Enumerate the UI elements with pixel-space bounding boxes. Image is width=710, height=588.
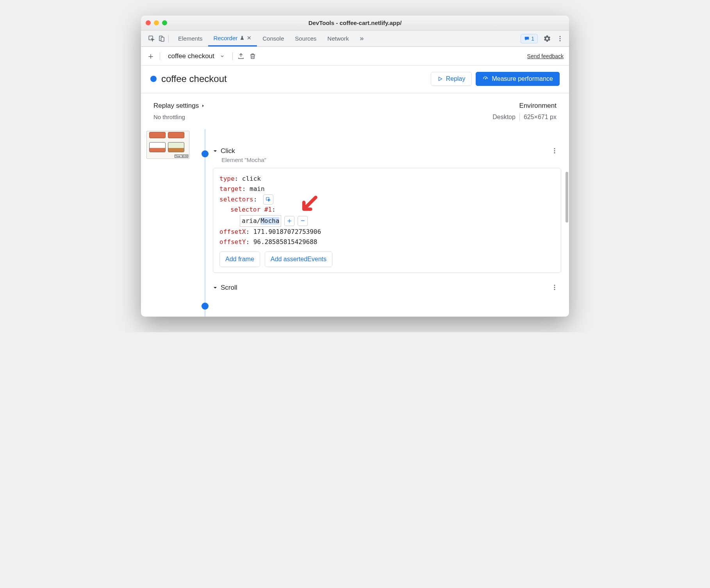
svg-point-4 — [560, 38, 561, 39]
recording-header: coffee checkout Replay Measure performan… — [141, 66, 569, 93]
devtools-window: DevTools - coffee-cart.netlify.app/ Elem… — [141, 16, 569, 317]
close-icon[interactable] — [146, 20, 151, 25]
send-feedback-link[interactable]: Send feedback — [527, 53, 564, 59]
divider — [160, 52, 160, 60]
step-click: Click Element "Mocha" type: click target… — [213, 147, 561, 273]
export-icon[interactable] — [237, 53, 244, 60]
close-tab-icon[interactable]: ✕ — [247, 35, 252, 41]
add-selector-button[interactable]: ＋ — [284, 216, 294, 226]
throttling-value: No throttling — [153, 114, 205, 120]
scrollbar-thumb[interactable] — [566, 172, 568, 223]
selector-input[interactable]: aria/Mocha — [240, 215, 281, 227]
svg-point-13 — [554, 289, 555, 290]
svg-point-12 — [554, 287, 555, 288]
env-device: Desktop — [492, 114, 516, 121]
chevron-down-icon[interactable] — [213, 149, 218, 153]
measure-performance-button[interactable]: Measure performance — [476, 72, 560, 86]
tab-elements[interactable]: Elements — [173, 30, 208, 46]
timeline-rail — [197, 129, 213, 317]
svg-point-9 — [554, 152, 555, 153]
divider — [232, 52, 233, 60]
step-scroll: Scroll — [213, 284, 561, 292]
scrollbar[interactable] — [565, 172, 568, 293]
play-icon — [437, 76, 443, 82]
titlebar: DevTools - coffee-cart.netlify.app/ — [141, 16, 569, 30]
steps-column: Click Element "Mocha" type: click target… — [213, 129, 564, 317]
tab-network[interactable]: Network — [322, 30, 354, 46]
thumbnail-column: Total: $0.00 — [146, 129, 197, 317]
delete-icon[interactable] — [249, 53, 256, 60]
step-title: Click — [221, 147, 235, 155]
add-asserted-events-button[interactable]: Add assertedEvents — [265, 251, 332, 267]
recorder-toolbar: ＋ coffee checkout Send feedback — [141, 47, 569, 66]
step-kebab-icon[interactable] — [551, 284, 558, 291]
svg-point-8 — [554, 150, 555, 151]
svg-point-5 — [560, 40, 561, 41]
message-icon — [524, 36, 530, 41]
chevron-down-icon — [220, 54, 225, 59]
timeline-area: Total: $0.00 Click Element "Mocha" — [141, 129, 569, 317]
replay-button[interactable]: Replay — [431, 72, 472, 86]
maximize-icon[interactable] — [162, 20, 167, 25]
divider — [168, 35, 169, 43]
environment-label: Environment — [519, 102, 557, 110]
step-dot[interactable] — [202, 150, 209, 157]
settings-icon[interactable] — [543, 35, 551, 43]
chevron-right-icon — [201, 104, 205, 108]
minimize-icon[interactable] — [154, 20, 159, 25]
device-toggle-icon[interactable] — [158, 35, 165, 42]
gauge-icon — [482, 76, 489, 82]
step-title: Scroll — [221, 284, 237, 292]
devtools-tabbar: Elements Recorder ✕ Console Sources Netw… — [141, 30, 569, 47]
recording-selector[interactable]: coffee checkout — [165, 51, 228, 62]
chevron-down-icon[interactable] — [213, 285, 218, 290]
tab-console[interactable]: Console — [257, 30, 289, 46]
remove-selector-button[interactable]: − — [298, 216, 308, 226]
svg-point-11 — [554, 285, 555, 286]
replay-settings-toggle[interactable]: Replay settings — [153, 102, 205, 110]
settings-row: Replay settings No throttling Environmen… — [141, 93, 569, 129]
svg-point-3 — [560, 36, 561, 37]
divider — [519, 114, 520, 121]
step-kebab-icon[interactable] — [551, 147, 558, 154]
kebab-menu-icon[interactable] — [557, 35, 564, 42]
svg-point-6 — [485, 78, 486, 80]
step-subtitle: Element "Mocha" — [221, 157, 561, 163]
window-title: DevTools - coffee-cart.netlify.app/ — [309, 20, 402, 26]
add-frame-button[interactable]: Add frame — [219, 251, 260, 267]
step-details: type: click target: main selectors: sele… — [213, 168, 561, 273]
add-recording-icon[interactable]: ＋ — [146, 50, 155, 62]
env-dimensions: 625×671 px — [524, 114, 557, 121]
recording-title: coffee checkout — [161, 73, 227, 84]
tab-sources[interactable]: Sources — [289, 30, 322, 46]
svg-point-7 — [554, 148, 555, 149]
recording-status-dot — [150, 76, 157, 82]
inspect-element-icon[interactable] — [148, 35, 155, 42]
step-thumbnail: Total: $0.00 — [146, 131, 189, 159]
messages-badge[interactable]: 1 — [521, 34, 538, 43]
flask-icon — [240, 36, 244, 40]
window-controls — [146, 20, 167, 25]
more-tabs-icon[interactable]: » — [354, 30, 369, 46]
tab-recorder[interactable]: Recorder ✕ — [208, 30, 257, 46]
pick-selector-icon[interactable] — [263, 194, 273, 205]
step-dot[interactable] — [202, 303, 209, 310]
svg-rect-2 — [161, 37, 164, 41]
